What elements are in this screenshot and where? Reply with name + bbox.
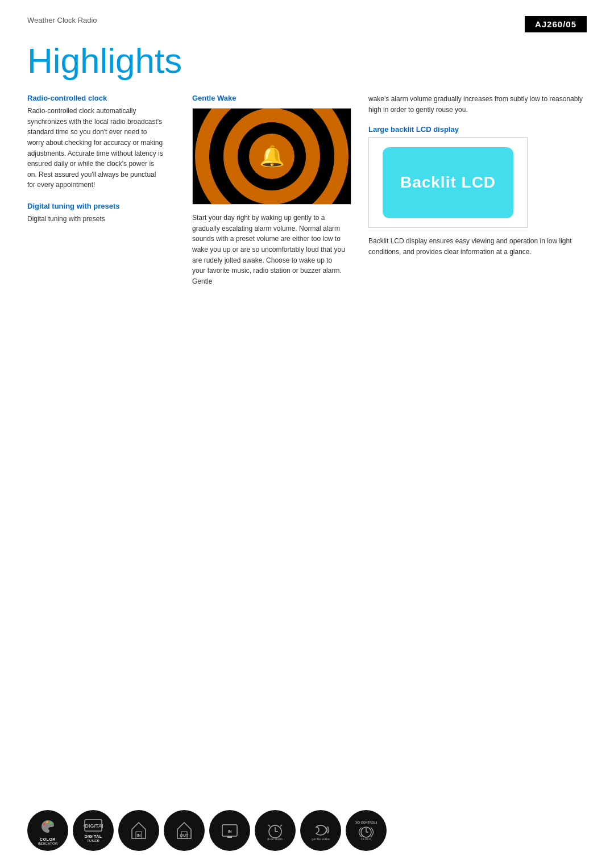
svg-text:••DIGITAL: ••DIGITAL — [84, 823, 103, 829]
lcd-text: Backlit LCD — [400, 173, 496, 192]
digital-tuner-label: DIGITAL — [85, 834, 102, 839]
left-column: Radio-controlled clock Radio-controlled … — [27, 94, 181, 297]
gentle-wake-continued: wake's alarm volume gradually increases … — [368, 94, 587, 115]
gentle-wake-icon: gentle wake — [310, 820, 331, 841]
icon-indoor-sensor: IN — [209, 810, 250, 851]
svg-text:IN: IN — [228, 829, 232, 833]
bell-icon: 🔔 — [259, 144, 285, 168]
svg-point-0 — [43, 823, 45, 825]
right-column: wake's alarm volume gradually increases … — [357, 94, 587, 297]
color-indicator-label: COLOR — [40, 837, 56, 842]
svg-text:gentle wake: gentle wake — [312, 837, 330, 841]
icon-outdoor-temp: OUT — [164, 810, 205, 851]
indoor-temp-circle: IN — [118, 810, 159, 851]
color-indicator-icon — [37, 816, 59, 837]
radio-clock-body: Radio-controlled clock automatically syn… — [27, 106, 164, 190]
svg-point-1 — [46, 821, 48, 823]
middle-column: Gentle Wake 🔔 Start your day right by wa… — [181, 94, 357, 297]
outdoor-temp-circle: OUT — [164, 810, 205, 851]
icon-radio-controlled: RADIO CONTROLLED CLOCK — [346, 810, 387, 851]
svg-line-17 — [268, 825, 270, 827]
icon-gentle-wake: gentle wake — [300, 810, 341, 851]
radio-controlled-icon: RADIO CONTROLLED CLOCK — [355, 820, 377, 841]
gentle-wake-image: 🔔 — [192, 108, 351, 205]
svg-text:dual alarm: dual alarm — [267, 837, 283, 841]
lcd-title: Large backlit LCD display — [368, 125, 587, 134]
dual-alarm-icon: dual alarm — [264, 820, 286, 841]
indoor-temp-icon: IN — [128, 820, 149, 841]
icon-dual-alarm: dual alarm — [255, 810, 296, 851]
digital-tuner-sublabel: TUNER — [87, 839, 99, 843]
lcd-body: Backlit LCD display ensures easy viewing… — [368, 236, 587, 257]
icon-indoor-temp: IN — [118, 810, 159, 851]
indoor-sensor-icon: IN — [219, 820, 240, 841]
dual-alarm-circle: dual alarm — [255, 810, 296, 851]
digital-tuner-icon: ••DIGITAL — [84, 819, 103, 834]
digital-tuner-circle: ••DIGITAL DIGITAL TUNER — [73, 810, 114, 851]
svg-text:IN: IN — [137, 833, 141, 837]
color-indicator-sublabel: INDICATOR — [38, 842, 57, 846]
lcd-screen: Backlit LCD — [383, 147, 513, 218]
svg-text:CLOCK: CLOCK — [361, 837, 372, 841]
header: Weather Clock Radio AJ260/05 — [0, 0, 614, 32]
footer-icons-bar: COLOR INDICATOR ••DIGITAL DIGITAL TUNER … — [27, 810, 587, 851]
svg-point-2 — [49, 822, 52, 824]
radio-clock-title: Radio-controlled clock — [27, 94, 164, 102]
svg-text:RADIO CONTROLLED: RADIO CONTROLLED — [355, 821, 377, 824]
lcd-image: Backlit LCD — [368, 137, 528, 228]
icon-color-indicator: COLOR INDICATOR — [27, 810, 68, 851]
svg-text:OUT: OUT — [180, 833, 189, 837]
svg-line-18 — [280, 825, 282, 827]
gentle-wake-body: Start your day right by waking up gently… — [192, 213, 346, 286]
indoor-sensor-circle: IN — [209, 810, 250, 851]
digital-tuning-body: Digital tuning with presets — [27, 214, 164, 225]
page-title: Highlights — [0, 32, 614, 94]
model-badge: AJ260/05 — [525, 16, 587, 32]
content-grid: Radio-controlled clock Radio-controlled … — [0, 94, 614, 297]
product-type: Weather Clock Radio — [27, 16, 97, 24]
radio-controlled-circle: RADIO CONTROLLED CLOCK — [346, 810, 387, 851]
svg-rect-13 — [227, 836, 232, 838]
icon-digital-tuner: ••DIGITAL DIGITAL TUNER — [73, 810, 114, 851]
outdoor-temp-icon: OUT — [174, 820, 194, 841]
gentle-wake-title: Gentle Wake — [192, 94, 346, 102]
gentle-wake-circle: gentle wake — [300, 810, 341, 851]
digital-tuning-title: Digital tuning with presets — [27, 202, 164, 210]
color-indicator-circle: COLOR INDICATOR — [27, 810, 68, 851]
